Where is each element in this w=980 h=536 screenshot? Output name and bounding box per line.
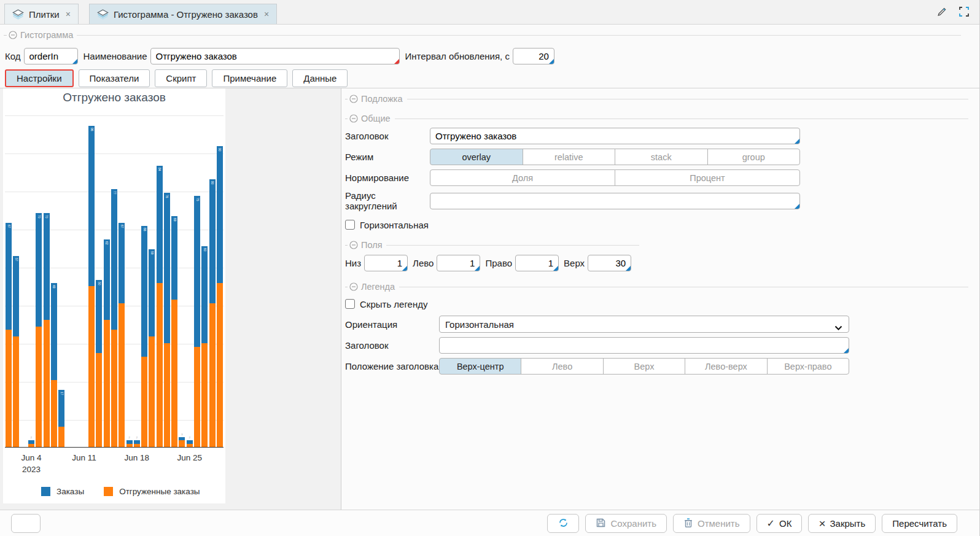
hide-legend-row: Скрыть легенду: [345, 298, 968, 310]
pencil-icon: [936, 6, 948, 20]
collapse-icon[interactable]: [349, 95, 358, 103]
bar-shipped: [134, 444, 140, 447]
horizontal-row: Горизонтальная: [345, 219, 968, 231]
document-tabs: Плитки × Гистограмма - Отгружено заказов…: [0, 0, 287, 24]
bar-shipped: [58, 427, 64, 447]
legend-title-label: Заголовок: [345, 340, 439, 351]
margin-right-input[interactable]: [516, 255, 558, 271]
tab-settings[interactable]: Настройки: [5, 69, 74, 87]
edit-button[interactable]: [935, 6, 949, 19]
pos-option-top-center[interactable]: Верх-центр: [439, 358, 521, 375]
section-title: Поля: [361, 240, 382, 250]
bar-value-label: 60: [203, 248, 206, 252]
bar-value-label: 76: [165, 195, 168, 198]
tab-note[interactable]: Примечание: [212, 69, 287, 87]
margin-top-label: Верх: [564, 258, 585, 268]
legend-title-pos-segmented: Верх-центр Лево Верх Лево-верх Верх-прав…: [439, 358, 849, 375]
bar-value-label: 77: [113, 191, 116, 195]
chart-plot-area: 6757270704917965062776722665984766932756…: [5, 111, 224, 448]
legend-entry-shipped[interactable]: Отгруженные заказы: [104, 487, 200, 496]
chart-x-axis: Jun 42023Jun 11Jun 18Jun 25: [5, 452, 224, 481]
legend-swatch-shipped: [104, 487, 113, 496]
collapse-icon[interactable]: [349, 114, 358, 123]
close-icon[interactable]: ×: [264, 9, 269, 19]
bar-value-label: 49: [52, 285, 55, 289]
mode-option-stack[interactable]: stack: [615, 149, 708, 165]
interval-input[interactable]: [513, 49, 554, 64]
bar-shipped: [209, 303, 216, 447]
tab-indicators[interactable]: Показатели: [79, 69, 150, 87]
collapse-icon[interactable]: [9, 31, 17, 39]
tab-data[interactable]: Данные: [292, 69, 348, 87]
name-label: Наименование: [84, 51, 147, 61]
bar-value-label: 84: [158, 168, 161, 171]
bar-value-label: 66: [143, 228, 146, 231]
save-button[interactable]: Сохранить: [585, 514, 667, 533]
close-button[interactable]: × Закрыть: [808, 514, 876, 533]
legend-title-input[interactable]: [440, 338, 849, 353]
legend-title-pos-row: Положение заголовка Верх-центр Лево Верх…: [345, 358, 968, 375]
pos-option-top-right[interactable]: Верх-право: [767, 358, 849, 375]
ok-button[interactable]: ✓ ОК: [756, 514, 803, 533]
section-general: Общие: [345, 111, 968, 126]
bar-value-label: 62: [105, 241, 108, 245]
bar-shipped: [51, 380, 57, 447]
x-tick-label: Jun 11: [56, 452, 112, 464]
settings-content: Отгружено заказов 6757270704917965062776…: [0, 88, 979, 510]
name-input[interactable]: [151, 49, 399, 64]
doc-tab-tiles[interactable]: Плитки ×: [4, 4, 79, 24]
pos-option-top[interactable]: Верх: [603, 358, 685, 375]
gridline: [5, 153, 224, 154]
bar-value-label: 75: [196, 198, 199, 201]
corner-radius-input[interactable]: [430, 193, 799, 209]
bar-value-label: 57: [15, 258, 18, 262]
close-icon[interactable]: ×: [66, 9, 71, 19]
margin-bottom-label: Низ: [345, 258, 361, 268]
recalculate-button[interactable]: Пересчитать: [882, 514, 957, 533]
bar-shipped: [126, 444, 133, 447]
bar-value-label: 90: [218, 148, 221, 152]
margin-bottom-input[interactable]: [365, 255, 407, 271]
x-tick-label: Jun 42023: [4, 452, 59, 475]
tab-script[interactable]: Скрипт: [155, 69, 207, 87]
orientation-value: Горизонтальная: [445, 319, 514, 330]
margin-left-wrap: [437, 255, 480, 271]
cancel-button[interactable]: Отменить: [673, 514, 750, 533]
pos-option-left[interactable]: Лево: [521, 358, 603, 375]
mode-segmented: overlay relative stack group: [430, 149, 800, 165]
code-input[interactable]: [25, 49, 77, 64]
norm-option-percent[interactable]: Процент: [615, 169, 800, 186]
collapse-icon[interactable]: [349, 282, 358, 291]
mode-option-overlay[interactable]: overlay: [430, 149, 523, 165]
hide-legend-label: Скрыть легенду: [360, 299, 428, 309]
bar-value-label: 50: [98, 282, 101, 285]
x-tick-label: Jun 18: [109, 452, 165, 464]
margin-left-input[interactable]: [437, 255, 480, 271]
horizontal-checkbox[interactable]: [345, 220, 355, 230]
mode-option-relative[interactable]: relative: [523, 149, 616, 165]
refresh-button[interactable]: [547, 514, 579, 533]
bar-shipped: [194, 347, 200, 448]
bar-shipped: [111, 330, 117, 447]
mode-option-group[interactable]: group: [707, 149, 801, 165]
margin-top-input[interactable]: [588, 255, 631, 271]
legend-entry-orders[interactable]: Заказы: [41, 487, 84, 496]
doc-tab-histogram[interactable]: Гистограмма - Отгружено заказов ×: [89, 4, 277, 24]
hide-legend-checkbox[interactable]: [345, 299, 355, 309]
chart-title-input[interactable]: [430, 128, 799, 144]
interval-input-wrap: [513, 48, 554, 64]
collapse-icon[interactable]: [349, 241, 358, 249]
pos-option-left-top[interactable]: Лево-верх: [685, 358, 767, 375]
fullscreen-button[interactable]: [957, 6, 971, 19]
legend-title-pos-label: Положение заголовка: [345, 361, 439, 371]
normalization-segmented: Доля Процент: [430, 169, 800, 186]
bar-shipped: [171, 300, 177, 447]
norm-option-share[interactable]: Доля: [430, 169, 615, 186]
group-histogram: Гистограмма: [0, 28, 979, 42]
more-actions-button[interactable]: [11, 514, 41, 533]
section-title: Подложка: [361, 94, 403, 104]
legend-orientation-select[interactable]: Горизонтальная: [439, 316, 849, 333]
topbar-actions: [935, 6, 979, 24]
code-label: Код: [5, 51, 21, 61]
check-icon: ✓: [767, 518, 775, 529]
